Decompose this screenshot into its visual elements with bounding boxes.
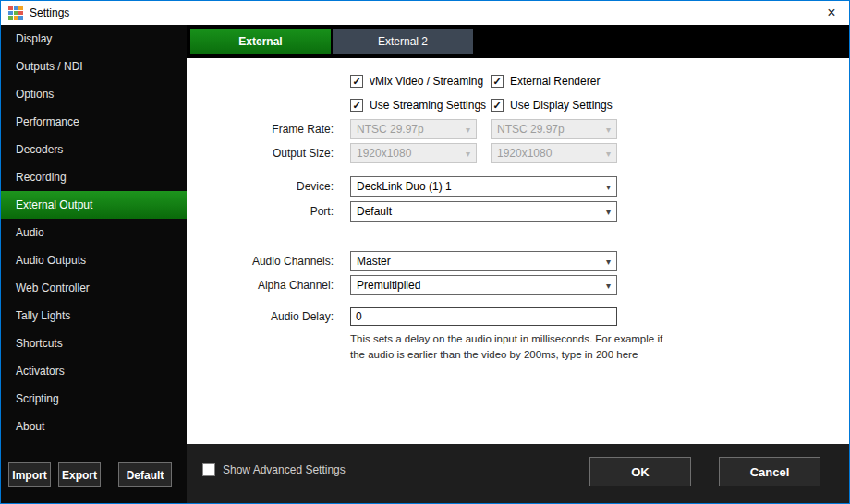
sidebar-item-audio[interactable]: Audio — [1, 219, 187, 246]
audio-delay-input[interactable] — [350, 307, 617, 326]
chevron-down-icon: ▾ — [606, 281, 611, 291]
close-icon[interactable]: × — [821, 6, 842, 20]
sidebar-item-about[interactable]: About — [1, 413, 187, 440]
frame-rate-value-2: NTSC 29.97p — [497, 123, 602, 136]
ok-button[interactable]: OK — [589, 457, 691, 486]
external-output-settings-panel: ✓ vMix Video / Streaming ✓ External Rend… — [187, 58, 849, 444]
tab-external-2[interactable]: External 2 — [333, 29, 473, 54]
frame-rate-select-1[interactable]: NTSC 29.97p ▾ — [350, 119, 477, 139]
sidebar-footer-buttons: Import Export Default — [8, 462, 183, 487]
checkbox-label: vMix Video / Streaming — [370, 75, 483, 88]
port-value: Default — [357, 205, 602, 218]
output-size-value-2: 1920x1080 — [497, 147, 602, 160]
checkbox-checked-icon: ✓ — [491, 99, 504, 112]
tab-external[interactable]: External — [190, 29, 331, 54]
sidebar-item-audio-outputs[interactable]: Audio Outputs — [1, 246, 187, 274]
alpha-channel-value: Premultiplied — [357, 279, 602, 292]
frame-rate-select-2[interactable]: NTSC 29.97p ▾ — [491, 119, 617, 139]
main-panel: External External 2 ✓ vMix Video / Strea… — [187, 25, 849, 503]
checkbox-label: Use Display Settings — [510, 99, 613, 112]
settings-window: Settings × Display Outputs / NDI Options… — [0, 0, 850, 504]
checkbox-show-advanced-settings[interactable]: Show Advanced Settings — [202, 463, 346, 476]
dialog-footer: Show Advanced Settings OK Cancel — [187, 444, 849, 503]
checkbox-label: Use Streaming Settings — [370, 99, 486, 112]
import-button[interactable]: Import — [8, 462, 51, 487]
vmix-logo-icon — [8, 6, 23, 20]
sidebar-item-decoders[interactable]: Decoders — [1, 136, 187, 163]
checkbox-label: External Renderer — [510, 75, 600, 88]
frame-rate-value-1: NTSC 29.97p — [357, 123, 462, 136]
device-value: DeckLink Duo (1) 1 — [357, 180, 602, 193]
sidebar: Display Outputs / NDI Options Performanc… — [1, 25, 187, 503]
port-label: Port: — [187, 201, 334, 222]
frame-rate-label: Frame Rate: — [187, 119, 334, 139]
audio-delay-label: Audio Delay: — [187, 306, 334, 327]
checkbox-unchecked-icon — [202, 463, 215, 476]
sidebar-item-tally-lights[interactable]: Tally Lights — [1, 302, 187, 330]
alpha-channel-select[interactable]: Premultiplied ▾ — [350, 275, 617, 295]
audio-channels-label: Audio Channels: — [187, 251, 334, 271]
checkbox-external-renderer[interactable]: ✓ External Renderer — [491, 74, 600, 89]
output-size-select-1[interactable]: 1920x1080 ▾ — [350, 143, 477, 163]
port-select[interactable]: Default ▾ — [350, 201, 617, 222]
audio-channels-value: Master — [357, 255, 602, 268]
window-title: Settings — [30, 6, 69, 19]
device-label: Device: — [187, 176, 334, 197]
output-size-value-1: 1920x1080 — [357, 147, 462, 160]
cancel-button[interactable]: Cancel — [719, 457, 820, 486]
sidebar-item-scripting[interactable]: Scripting — [1, 385, 187, 413]
sidebar-item-options[interactable]: Options — [1, 80, 187, 108]
audio-delay-help-text: This sets a delay on the audio input in … — [350, 331, 662, 363]
alpha-channel-label: Alpha Channel: — [187, 275, 334, 295]
titlebar: Settings × — [1, 1, 849, 25]
export-button[interactable]: Export — [58, 462, 101, 487]
sidebar-item-external-output[interactable]: External Output — [1, 191, 187, 219]
sidebar-item-shortcuts[interactable]: Shortcuts — [1, 330, 187, 357]
checkbox-checked-icon: ✓ — [350, 75, 363, 88]
chevron-down-icon: ▾ — [606, 125, 611, 135]
output-size-select-2[interactable]: 1920x1080 ▾ — [491, 143, 617, 163]
checkbox-checked-icon: ✓ — [491, 75, 504, 88]
audio-channels-select[interactable]: Master ▾ — [350, 251, 617, 271]
checkbox-use-streaming-settings[interactable]: ✓ Use Streaming Settings — [350, 98, 486, 113]
chevron-down-icon: ▾ — [606, 257, 611, 267]
sidebar-item-recording[interactable]: Recording — [1, 163, 187, 191]
checkbox-label: Show Advanced Settings — [223, 463, 346, 476]
output-size-label: Output Size: — [187, 143, 334, 163]
chevron-down-icon: ▾ — [606, 182, 611, 192]
checkbox-checked-icon: ✓ — [350, 99, 363, 112]
checkbox-vmix-video-streaming[interactable]: ✓ vMix Video / Streaming — [350, 74, 483, 89]
device-select[interactable]: DeckLink Duo (1) 1 ▾ — [350, 176, 617, 197]
sidebar-item-outputs-ndi[interactable]: Outputs / NDI — [1, 53, 187, 80]
sidebar-item-web-controller[interactable]: Web Controller — [1, 274, 187, 302]
chevron-down-icon: ▾ — [466, 149, 470, 159]
chevron-down-icon: ▾ — [606, 149, 611, 159]
sidebar-item-performance[interactable]: Performance — [1, 108, 187, 136]
tabstrip: External External 2 — [187, 25, 849, 58]
sidebar-item-activators[interactable]: Activators — [1, 357, 187, 385]
chevron-down-icon: ▾ — [466, 125, 470, 135]
chevron-down-icon: ▾ — [606, 207, 611, 217]
checkbox-use-display-settings[interactable]: ✓ Use Display Settings — [491, 98, 613, 113]
default-button[interactable]: Default — [118, 462, 172, 487]
sidebar-item-display[interactable]: Display — [1, 25, 187, 53]
